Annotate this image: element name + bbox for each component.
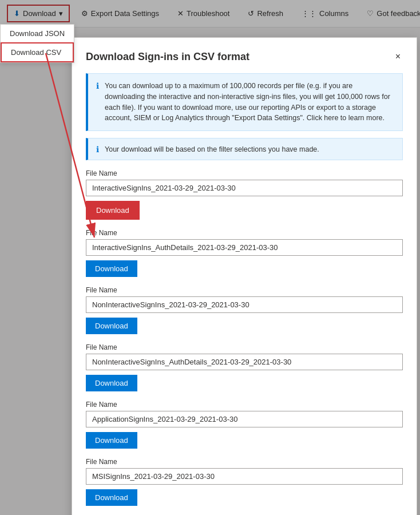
file-block-1: File NameDownload [86,229,403,277]
dropdown-menu-container: Download JSON Download CSV [0,24,74,63]
info-text-filter: Your download will be based on the filte… [105,145,319,153]
file-label-4: File Name [86,401,403,409]
file-name-input-4[interactable] [86,411,403,427]
download-dropdown-menu: Download JSON Download CSV [0,24,74,63]
info-text-main: You can download up to a maximum of 100,… [105,81,394,124]
info-icon-main: ℹ [96,81,99,90]
download-button-1[interactable]: Download [86,260,137,277]
file-label-3: File Name [86,343,403,351]
file-name-input-5[interactable] [86,468,403,485]
file-name-input-2[interactable] [86,296,403,313]
download-button-5[interactable]: Download [86,489,137,506]
file-label-2: File Name [86,286,403,294]
info-box-filter: ℹ Your download will be based on the fil… [86,138,403,160]
info-box-main: ℹ You can download up to a maximum of 10… [86,73,403,131]
file-label-5: File Name [86,458,403,466]
file-block-4: File NameDownload [86,401,403,449]
file-name-input-1[interactable] [86,239,403,256]
download-button-2[interactable]: Download [86,318,137,334]
download-modal: Download Sign-ins in CSV format × ℹ You … [72,37,417,515]
modal-close-button[interactable]: × [393,49,403,64]
file-name-input-3[interactable] [86,354,403,370]
file-block-0: File NameDownload [86,169,403,220]
dropdown-item-csv[interactable]: Download CSV [1,42,74,62]
file-name-input-0[interactable] [86,180,403,196]
file-block-2: File NameDownload [86,286,403,334]
download-button-0[interactable]: Download [86,201,140,220]
file-block-3: File NameDownload [86,343,403,391]
file-blocks-container: File NameDownloadFile NameDownloadFile N… [86,169,403,506]
download-button-3[interactable]: Download [86,375,137,391]
modal-title: Download Sign-ins in CSV format [86,51,249,63]
file-label-0: File Name [86,169,403,177]
file-block-5: File NameDownload [86,458,403,506]
info-icon-filter: ℹ [96,145,99,154]
dropdown-item-json[interactable]: Download JSON [1,25,74,42]
modal-header: Download Sign-ins in CSV format × [86,49,403,64]
download-button-4[interactable]: Download [86,432,137,449]
file-label-1: File Name [86,229,403,237]
